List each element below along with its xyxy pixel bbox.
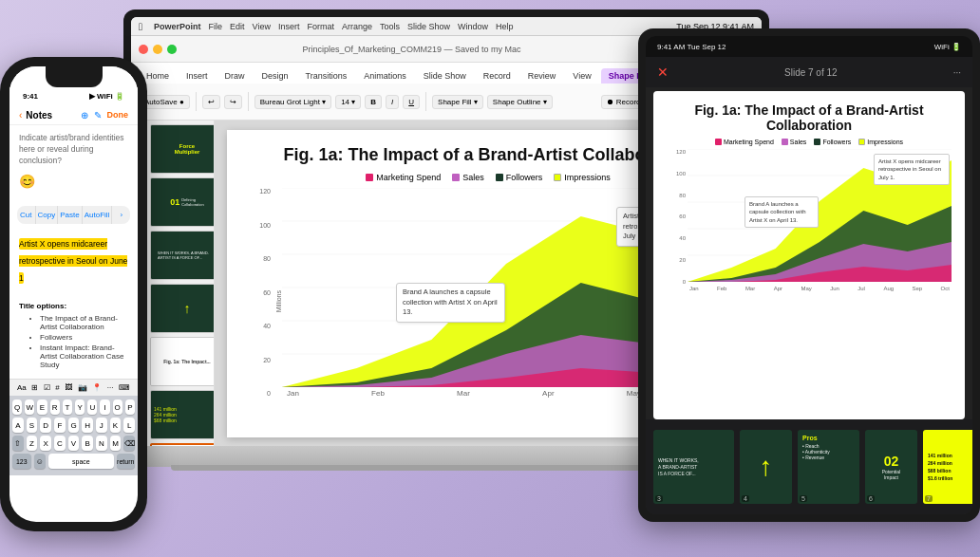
font-select[interactable]: Bureau Grot Light ▾ <box>254 95 331 109</box>
key-space[interactable]: space <box>48 454 113 469</box>
hashtag-icon[interactable]: # <box>55 383 59 392</box>
notes-done-btn[interactable]: Done <box>107 110 129 121</box>
ctx-cut[interactable]: Cut <box>17 206 36 224</box>
key-delete[interactable]: ⌫ <box>123 436 135 451</box>
key-i[interactable]: I <box>100 399 109 415</box>
notes-edit-icon[interactable]: ✎ <box>94 110 102 121</box>
font-size[interactable]: 14 ▾ <box>335 95 361 109</box>
more-icon[interactable]: ··· <box>107 383 114 392</box>
menu-help[interactable]: Help <box>496 22 514 31</box>
ctx-paste[interactable]: Paste <box>58 206 82 224</box>
key-l[interactable]: L <box>123 418 135 433</box>
menu-slideshow[interactable]: Slide Show <box>407 22 450 31</box>
underline-btn[interactable]: U <box>403 95 420 109</box>
slide-thumb-2[interactable]: 01 DefiningCollaboration <box>150 177 215 227</box>
slide-thumb-4[interactable]: ↑ <box>150 284 215 333</box>
tab-insert[interactable]: Insert <box>179 68 216 84</box>
maximize-button[interactable] <box>167 45 177 54</box>
key-p[interactable]: P <box>125 399 135 415</box>
menu-arrange[interactable]: Arrange <box>342 22 372 31</box>
ipad-legend: Marketing Spend Sales Followers Impressi… <box>667 139 952 145</box>
tab-design[interactable]: Design <box>254 68 296 84</box>
key-b[interactable]: B <box>82 436 93 451</box>
key-f[interactable]: F <box>54 418 66 433</box>
camera-icon[interactable]: 📷 <box>78 383 87 392</box>
slide-thumb-1[interactable]: ForceMultiplier <box>150 124 215 174</box>
redo-btn[interactable]: ↪ <box>224 95 242 109</box>
key-w[interactable]: W <box>25 399 34 415</box>
slide-thumb-5[interactable]: Fig. 1a: The Impact... <box>150 337 215 386</box>
ipad-thumb-4[interactable]: ↑ 4 <box>740 430 792 504</box>
key-g[interactable]: G <box>68 418 80 433</box>
notes-back-icon[interactable]: ‹ <box>19 110 22 121</box>
key-u[interactable]: U <box>87 399 97 415</box>
menu-file[interactable]: File <box>209 22 223 31</box>
keyboard-down-icon[interactable]: ⌨ <box>119 383 130 392</box>
ipad-thumb-3[interactable]: WHEN IT WORKS,A BRAND-ARTISTIS A FORCE O… <box>653 430 734 504</box>
ipad-slide-main: Fig. 1a: The Impact of a Brand-Artist Co… <box>653 91 965 419</box>
iphone-keyboard: Q W E R T Y U I O P A S D F G H J K L <box>9 396 138 475</box>
aa-label[interactable]: Aa <box>17 383 27 392</box>
key-o[interactable]: O <box>113 399 122 415</box>
shape-fill-btn[interactable]: Shape Fill ▾ <box>432 95 483 109</box>
tab-slideshow[interactable]: Slide Show <box>416 68 474 84</box>
key-e[interactable]: E <box>37 399 47 415</box>
undo-btn[interactable]: ↩ <box>202 95 220 109</box>
key-a[interactable]: A <box>12 418 24 433</box>
shape-outline-btn[interactable]: Shape Outline ▾ <box>487 95 553 109</box>
key-h[interactable]: H <box>82 418 93 433</box>
key-n[interactable]: N <box>96 436 107 451</box>
key-m[interactable]: M <box>110 436 122 451</box>
menu-view[interactable]: View <box>253 22 271 31</box>
tab-draw[interactable]: Draw <box>217 68 253 84</box>
key-x[interactable]: X <box>40 436 51 451</box>
ctx-more[interactable]: › <box>112 206 130 224</box>
ipad-thumb-7[interactable]: 141 million 264 million $68 billion $1.6… <box>923 430 972 504</box>
key-s[interactable]: S <box>27 418 38 433</box>
minimize-button[interactable] <box>153 45 162 54</box>
tab-review[interactable]: Review <box>520 68 564 84</box>
key-v[interactable]: V <box>68 436 80 451</box>
ipad-more-btn[interactable]: ··· <box>953 67 961 78</box>
dynamic-island <box>46 66 103 87</box>
ipad-thumb-5[interactable]: Pros • Reach• Authenticity• Revenue 5 <box>798 430 859 504</box>
close-button[interactable] <box>139 45 148 54</box>
ctx-copy[interactable]: Copy <box>36 206 59 224</box>
ipad-close-btn[interactable]: ✕ <box>657 65 669 80</box>
key-c[interactable]: C <box>54 436 66 451</box>
location-icon[interactable]: 📍 <box>92 383 102 392</box>
key-z[interactable]: Z <box>27 436 38 451</box>
menu-insert[interactable]: Insert <box>278 22 300 31</box>
tab-record[interactable]: Record <box>476 68 518 84</box>
key-r[interactable]: R <box>50 399 60 415</box>
table-icon[interactable]: ⊞ <box>31 383 38 392</box>
checklist-icon[interactable]: ☑ <box>44 383 50 392</box>
notes-share-icon[interactable]: ⊕ <box>81 110 88 121</box>
ctx-autofill[interactable]: AutoFill <box>83 206 113 224</box>
menu-edit[interactable]: Edit <box>230 22 245 31</box>
notes-list-item-2: Followers <box>40 333 128 342</box>
tab-transitions[interactable]: Transitions <box>298 68 355 84</box>
key-j[interactable]: J <box>96 418 107 433</box>
menu-window[interactable]: Window <box>458 22 488 31</box>
menu-format[interactable]: Format <box>307 22 334 31</box>
key-q[interactable]: Q <box>12 399 22 415</box>
key-shift[interactable]: ⇧ <box>12 436 24 451</box>
image-icon[interactable]: 🖼 <box>65 383 72 392</box>
key-y[interactable]: Y <box>75 399 85 415</box>
slide-thumb-6[interactable]: 141 million 264 million $68 million <box>150 390 215 439</box>
menu-tools[interactable]: Tools <box>380 22 400 31</box>
italic-btn[interactable]: I <box>386 95 399 109</box>
key-t[interactable]: T <box>63 399 72 415</box>
menu-app-name[interactable]: PowerPoint <box>154 22 201 31</box>
key-k[interactable]: K <box>110 418 122 433</box>
slide-thumb-3[interactable]: WHEN IT WORKS, A BRAND-ARTIST IS A FORCE… <box>150 231 215 280</box>
bold-btn[interactable]: B <box>365 95 382 109</box>
key-123[interactable]: 123 <box>12 454 31 469</box>
ipad-thumb-6[interactable]: 02 PotentialImpact 6 <box>865 430 917 504</box>
key-emoji[interactable]: ☺ <box>34 454 47 469</box>
key-return[interactable]: return <box>117 454 136 469</box>
tab-animations[interactable]: Animations <box>356 68 414 84</box>
key-d[interactable]: D <box>40 418 51 433</box>
tab-view[interactable]: View <box>565 68 598 84</box>
